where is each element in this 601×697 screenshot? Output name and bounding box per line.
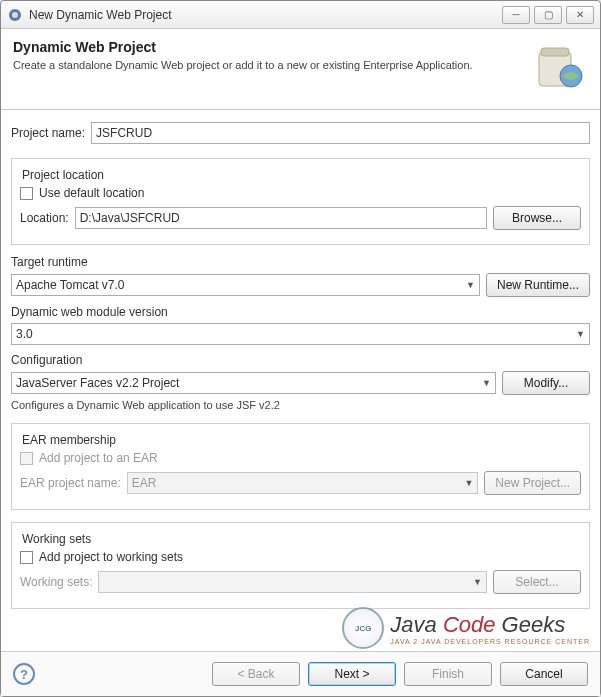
project-location-group-title: Project location [18, 168, 108, 182]
watermark-brand: Java Code Geeks [390, 612, 590, 638]
target-runtime-label: Target runtime [11, 255, 590, 269]
ear-project-name-label: EAR project name: [20, 476, 121, 490]
target-runtime-select[interactable]: Apache Tomcat v7.0 ▼ [11, 274, 480, 296]
maximize-button[interactable]: ▢ [534, 6, 562, 24]
add-to-working-sets-label: Add project to working sets [39, 550, 183, 564]
chevron-down-icon: ▼ [466, 280, 475, 290]
configuration-select[interactable]: JavaServer Faces v2.2 Project ▼ [11, 372, 496, 394]
working-sets-select: ▼ [98, 571, 487, 593]
banner-icon [532, 39, 588, 95]
configuration-label: Configuration [11, 353, 590, 367]
checkbox-icon [20, 551, 33, 564]
watermark-sub: JAVA 2 JAVA DEVELOPERS RESOURCE CENTER [390, 638, 590, 645]
project-name-input[interactable] [91, 122, 590, 144]
ear-project-name-select: EAR ▼ [127, 472, 479, 494]
project-name-label: Project name: [11, 126, 85, 140]
back-button: < Back [212, 662, 300, 686]
add-to-working-sets-checkbox[interactable]: Add project to working sets [20, 550, 581, 564]
svg-rect-3 [541, 48, 569, 56]
finish-button: Finish [404, 662, 492, 686]
module-version-value: 3.0 [16, 327, 33, 341]
working-sets-label: Working sets: [20, 575, 92, 589]
checkbox-icon [20, 187, 33, 200]
add-to-ear-checkbox[interactable]: Add project to an EAR [20, 451, 581, 465]
target-runtime-value: Apache Tomcat v7.0 [16, 278, 125, 292]
modify-button[interactable]: Modify... [502, 371, 590, 395]
dialog-footer: ? < Back Next > Finish Cancel [1, 651, 600, 696]
working-sets-group-title: Working sets [18, 532, 95, 546]
window-title: New Dynamic Web Project [29, 8, 502, 22]
next-button[interactable]: Next > [308, 662, 396, 686]
close-button[interactable]: ✕ [566, 6, 594, 24]
chevron-down-icon: ▼ [576, 329, 585, 339]
new-project-button: New Project... [484, 471, 581, 495]
chevron-down-icon: ▼ [473, 577, 482, 587]
ear-project-name-value: EAR [132, 476, 157, 490]
dialog-body: Project name: Project location Use defau… [1, 110, 600, 651]
configuration-value: JavaServer Faces v2.2 Project [16, 376, 179, 390]
select-working-sets-button: Select... [493, 570, 581, 594]
dialog-window: New Dynamic Web Project ─ ▢ ✕ Dynamic We… [0, 0, 601, 697]
help-button[interactable]: ? [13, 663, 35, 685]
ear-group-title: EAR membership [18, 433, 120, 447]
cancel-button[interactable]: Cancel [500, 662, 588, 686]
checkbox-icon [20, 452, 33, 465]
use-default-location-label: Use default location [39, 186, 144, 200]
module-version-select[interactable]: 3.0 ▼ [11, 323, 590, 345]
chevron-down-icon: ▼ [464, 478, 473, 488]
banner-heading: Dynamic Web Project [13, 39, 532, 55]
add-to-ear-label: Add project to an EAR [39, 451, 158, 465]
chevron-down-icon: ▼ [482, 378, 491, 388]
banner: Dynamic Web Project Create a standalone … [1, 29, 600, 110]
minimize-button[interactable]: ─ [502, 6, 530, 24]
use-default-location-checkbox[interactable]: Use default location [20, 186, 581, 200]
new-runtime-button[interactable]: New Runtime... [486, 273, 590, 297]
location-label: Location: [20, 211, 69, 225]
location-input[interactable] [75, 207, 487, 229]
browse-button[interactable]: Browse... [493, 206, 581, 230]
svg-point-1 [12, 12, 18, 18]
window-controls: ─ ▢ ✕ [502, 6, 594, 24]
watermark-logo: JCG [342, 607, 384, 649]
configuration-hint: Configures a Dynamic Web application to … [11, 399, 590, 411]
titlebar: New Dynamic Web Project ─ ▢ ✕ [1, 1, 600, 29]
app-icon [7, 7, 23, 23]
watermark: JCG Java Code Geeks JAVA 2 JAVA DEVELOPE… [342, 607, 590, 649]
module-version-label: Dynamic web module version [11, 305, 590, 319]
banner-description: Create a standalone Dynamic Web project … [13, 59, 532, 71]
